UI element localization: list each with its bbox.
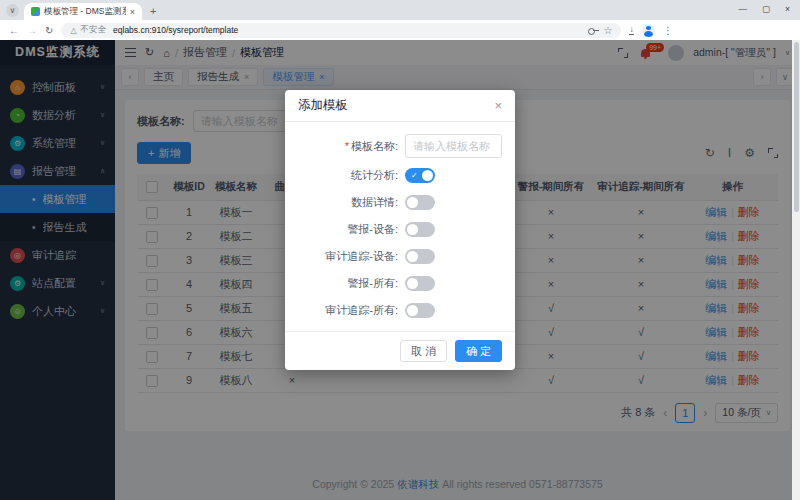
browser-tabstrip: ∨ 模板管理 - DMS监测系统 × + — ▢ ×	[0, 0, 800, 20]
template-name-label: *模板名称:	[298, 139, 398, 154]
forward-button[interactable]: →	[27, 25, 37, 36]
browser-tab[interactable]: 模板管理 - DMS监测系统 ×	[24, 3, 142, 20]
window-close-button[interactable]: ×	[785, 4, 790, 14]
template-name-input[interactable]	[405, 134, 502, 158]
modal-close-icon[interactable]: ×	[494, 98, 502, 113]
modal-footer: 取 消 确 定	[285, 331, 515, 370]
toggle-knob	[407, 197, 418, 208]
toggle-field-row: 审计追踪-所有: ✓	[298, 302, 502, 318]
security-label[interactable]: 不安全	[81, 24, 107, 36]
tab-search-icon[interactable]: ∨	[6, 4, 19, 17]
minimize-button[interactable]: —	[739, 4, 748, 14]
browser-tab-title: 模板管理 - DMS监测系统	[44, 6, 126, 18]
reload-button[interactable]: ↻	[45, 25, 53, 36]
toggle-label: 数据详情:	[298, 195, 398, 210]
toggle-switch[interactable]: ✓	[405, 276, 435, 291]
toggle-knob	[407, 305, 418, 316]
password-key-icon[interactable]	[588, 27, 599, 34]
toggle-field-row: 统计分析: ✓	[298, 167, 502, 183]
browser-chrome: ∨ 模板管理 - DMS监测系统 × + — ▢ × ← → ↻ △ 不安全 e…	[0, 0, 800, 40]
toggle-label: 审计追踪-设备:	[298, 249, 398, 264]
toggle-knob	[407, 278, 418, 289]
not-secure-icon: △	[70, 26, 76, 35]
toggle-label: 警报-设备:	[298, 222, 398, 237]
favicon	[31, 7, 40, 16]
add-template-modal: 添加模板 × *模板名称: 统计分析: ✓ 数据详情: ✓ 警报-设备:	[285, 90, 515, 370]
omnibox[interactable]: △ 不安全 eqlabs.cn:910/sysreport/template ☆	[61, 23, 621, 38]
template-name-field-row: *模板名称:	[298, 134, 502, 158]
url-text[interactable]: eqlabs.cn:910/sysreport/template	[113, 25, 238, 35]
toggle-label: 统计分析:	[298, 168, 398, 183]
confirm-button[interactable]: 确 定	[455, 340, 502, 362]
browser-address-bar: ← → ↻ △ 不安全 eqlabs.cn:910/sysreport/temp…	[0, 20, 800, 40]
window-controls: — ▢ ×	[739, 0, 791, 18]
toggle-field-row: 警报-所有: ✓	[298, 275, 502, 291]
toggle-switch[interactable]: ✓	[405, 303, 435, 318]
tab-close-icon[interactable]: ×	[130, 7, 135, 17]
back-button[interactable]: ←	[9, 25, 19, 36]
toggle-switch[interactable]: ✓	[405, 222, 435, 237]
profile-avatar-icon[interactable]	[642, 24, 655, 37]
toggle-field-row: 审计追踪-设备: ✓	[298, 248, 502, 264]
toggle-knob	[422, 170, 433, 181]
toggle-field-row: 数据详情: ✓	[298, 194, 502, 210]
toggle-field-row: 警报-设备: ✓	[298, 221, 502, 237]
toggle-knob	[407, 224, 418, 235]
modal-body: *模板名称: 统计分析: ✓ 数据详情: ✓ 警报-设备: ✓	[285, 122, 515, 331]
toggle-switch[interactable]: ✓	[405, 249, 435, 264]
browser-menu-icon[interactable]: ⋮	[663, 25, 673, 36]
modal-header: 添加模板 ×	[285, 90, 515, 122]
toggle-switch[interactable]: ✓	[405, 195, 435, 210]
page-scrollbar[interactable]	[792, 40, 800, 500]
required-asterisk: *	[345, 140, 349, 152]
check-icon: ✓	[411, 171, 418, 180]
toggle-label: 审计追踪-所有:	[298, 303, 398, 318]
toggle-knob	[407, 251, 418, 262]
modal-title: 添加模板	[298, 97, 348, 114]
new-tab-button[interactable]: +	[150, 5, 156, 17]
cancel-button[interactable]: 取 消	[400, 340, 447, 362]
download-icon[interactable]: ↓	[629, 25, 634, 35]
maximize-button[interactable]: ▢	[762, 4, 770, 14]
toggle-label: 警报-所有:	[298, 276, 398, 291]
toggle-switch[interactable]: ✓	[405, 168, 435, 183]
bookmark-star-icon[interactable]: ☆	[603, 25, 612, 36]
